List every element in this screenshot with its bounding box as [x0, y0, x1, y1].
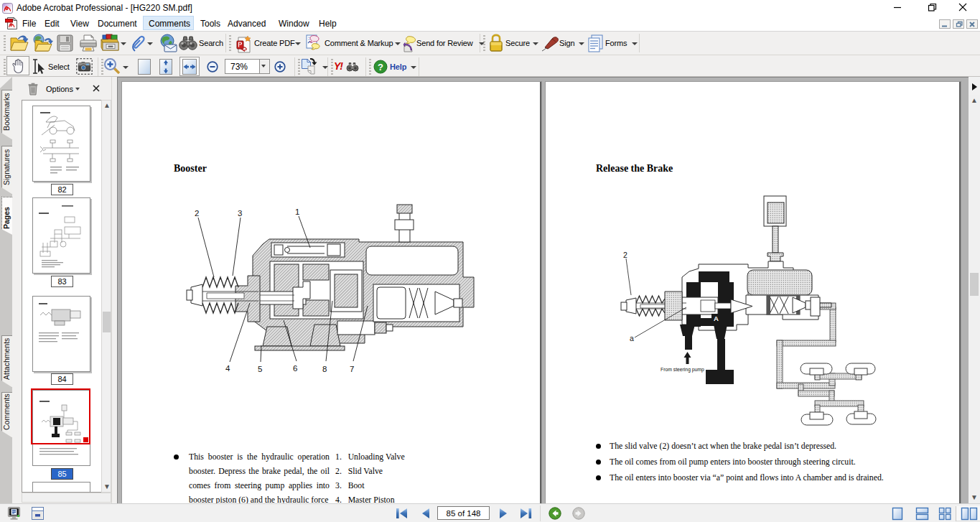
svg-text:6: 6 [293, 364, 297, 373]
svg-text:From steering pump: From steering pump [661, 367, 704, 373]
svg-text:2: 2 [623, 251, 627, 259]
svg-text:8: 8 [322, 365, 327, 373]
svg-text:1: 1 [295, 208, 299, 216]
svg-text:?: ? [378, 62, 383, 73]
svg-text:7: 7 [350, 365, 354, 373]
svg-text:A: A [714, 314, 719, 322]
svg-text:4: 4 [225, 364, 230, 373]
svg-text:2: 2 [195, 209, 199, 218]
svg-text:a: a [630, 334, 634, 342]
svg-text:3: 3 [238, 209, 242, 218]
svg-text:5: 5 [258, 365, 262, 373]
